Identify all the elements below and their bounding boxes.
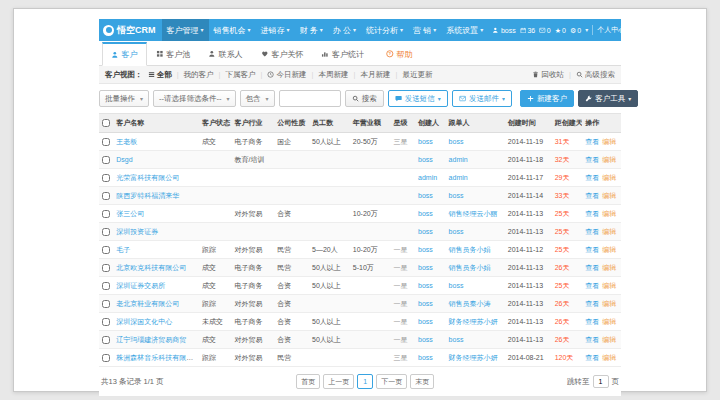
- view-option-2[interactable]: 下属客户: [226, 70, 256, 80]
- creator-link[interactable]: boss: [418, 210, 433, 217]
- view-link[interactable]: 查看: [585, 156, 599, 163]
- creator-link[interactable]: boss: [418, 300, 433, 307]
- creator-link[interactable]: boss: [418, 228, 433, 235]
- calendar-count[interactable]: 36: [520, 27, 535, 34]
- nav-item-4[interactable]: 办 公▾: [328, 19, 361, 41]
- view-option-1[interactable]: 我的客户: [184, 70, 214, 80]
- view-link[interactable]: 查看: [585, 354, 599, 361]
- follower-link[interactable]: boss: [449, 228, 464, 235]
- follower-link[interactable]: boss: [449, 282, 464, 289]
- row-checkbox[interactable]: [102, 246, 110, 254]
- follower-link[interactable]: boss: [449, 336, 464, 343]
- view-link[interactable]: 查看: [585, 300, 599, 307]
- customer-name-link[interactable]: Dsgd: [116, 156, 132, 163]
- bulk-actions-select[interactable]: 批量操作 ▾: [99, 90, 149, 107]
- edit-link[interactable]: 编辑: [602, 282, 616, 289]
- customer-tools-button[interactable]: 客户工具 ▾: [578, 90, 638, 107]
- nav-item-3[interactable]: 财 务▾: [295, 19, 328, 41]
- view-link[interactable]: 查看: [585, 228, 599, 235]
- row-checkbox[interactable]: [102, 318, 110, 326]
- follower-link[interactable]: 财务经理苏小妍: [449, 354, 498, 361]
- view-link[interactable]: 查看: [585, 318, 599, 325]
- jump-page-input[interactable]: [593, 375, 609, 388]
- creator-link[interactable]: boss: [418, 336, 433, 343]
- edit-link[interactable]: 编辑: [602, 246, 616, 253]
- edit-link[interactable]: 编辑: [602, 156, 616, 163]
- edit-link[interactable]: 编辑: [602, 354, 616, 361]
- row-checkbox[interactable]: [102, 336, 110, 344]
- send-email-button[interactable]: 发送邮件 ▾: [452, 90, 512, 107]
- row-checkbox[interactable]: [102, 156, 110, 164]
- creator-link[interactable]: boss: [418, 246, 433, 253]
- view-option-0[interactable]: 全部: [148, 70, 172, 80]
- page-button-2[interactable]: 1: [357, 374, 373, 389]
- select-all-checkbox[interactable]: [102, 119, 110, 127]
- edit-link[interactable]: 编辑: [602, 228, 616, 235]
- view-option-3[interactable]: 今日新建: [267, 70, 306, 80]
- view-option-5[interactable]: 本月新建: [361, 70, 391, 80]
- edit-link[interactable]: 编辑: [602, 318, 616, 325]
- row-checkbox[interactable]: [102, 174, 110, 182]
- edit-link[interactable]: 编辑: [602, 192, 616, 199]
- row-checkbox[interactable]: [102, 264, 110, 272]
- view-link[interactable]: 查看: [585, 264, 599, 271]
- view-link[interactable]: 查看: [585, 210, 599, 217]
- follower-link[interactable]: 销售经理云小丽: [449, 210, 498, 217]
- follower-link[interactable]: boss: [449, 192, 464, 199]
- view-option-4[interactable]: 本周新建: [319, 70, 349, 80]
- row-checkbox[interactable]: [102, 354, 110, 362]
- search-input[interactable]: [279, 90, 341, 107]
- row-checkbox[interactable]: [102, 300, 110, 308]
- page-button-3[interactable]: 下一页: [376, 374, 407, 389]
- creator-link[interactable]: boss: [418, 318, 433, 325]
- view-link[interactable]: 查看: [585, 192, 599, 199]
- customer-name-link[interactable]: 深圳证券交易所: [116, 282, 165, 289]
- mail-count[interactable]: 0: [539, 27, 551, 34]
- customer-name-link[interactable]: 株洲森林音乐科技有限公司: [116, 354, 199, 361]
- nav-item-0[interactable]: 客户管理▾: [162, 19, 209, 41]
- row-checkbox[interactable]: [102, 210, 110, 218]
- creator-link[interactable]: boss: [418, 192, 433, 199]
- follower-link[interactable]: 销售员务小娟: [449, 264, 491, 271]
- view-link[interactable]: 查看: [585, 336, 599, 343]
- customer-name-link[interactable]: 老北京鞋业有限公司: [116, 300, 179, 307]
- view-link[interactable]: 查看: [585, 246, 599, 253]
- follower-link[interactable]: boss: [449, 138, 464, 145]
- follower-link[interactable]: admin: [449, 174, 468, 181]
- tab-help[interactable]: ?帮助: [377, 42, 422, 66]
- customer-name-link[interactable]: 陕西罗特科福清来华: [116, 192, 179, 199]
- tab-4[interactable]: 客户统计: [312, 42, 373, 66]
- view-link[interactable]: 查看: [585, 282, 599, 289]
- personal-center-menu[interactable]: 个人中心 ▾: [597, 25, 630, 35]
- customer-name-link[interactable]: 毛子: [116, 246, 130, 253]
- row-checkbox[interactable]: [102, 282, 110, 290]
- tab-3[interactable]: 客户关怀: [252, 42, 313, 66]
- creator-link[interactable]: admin: [418, 174, 437, 181]
- search-button[interactable]: 搜索: [345, 90, 384, 107]
- nav-item-2[interactable]: 进销存▾: [256, 19, 295, 41]
- creator-link[interactable]: boss: [418, 282, 433, 289]
- creator-link[interactable]: boss: [418, 264, 433, 271]
- edit-link[interactable]: 编辑: [602, 174, 616, 181]
- tab-0[interactable]: 客户: [102, 42, 147, 66]
- customer-name-link[interactable]: 光荣富科技有限公司: [116, 174, 179, 181]
- view-option-6[interactable]: 最近更新: [402, 70, 432, 80]
- edit-link[interactable]: 编辑: [602, 264, 616, 271]
- filter-condition-select[interactable]: --请选择筛选条件-- ▾: [153, 90, 236, 107]
- follower-link[interactable]: 财务经理苏小妍: [449, 318, 498, 325]
- send-sms-button[interactable]: 发送短信 ▾: [388, 90, 448, 107]
- nav-item-5[interactable]: 统计分析▾: [361, 19, 408, 41]
- view-link[interactable]: 查看: [585, 138, 599, 145]
- page-button-4[interactable]: 末页: [410, 374, 434, 389]
- edit-link[interactable]: 编辑: [602, 336, 616, 343]
- nav-item-7[interactable]: 系统设置▾: [441, 19, 488, 41]
- page-button-0[interactable]: 首页: [296, 374, 320, 389]
- star-count[interactable]: ★0: [555, 27, 566, 34]
- customer-name-link[interactable]: 深圳深国文化中心: [116, 318, 172, 325]
- tab-2[interactable]: 联系人: [199, 42, 252, 66]
- view-option-7[interactable]: 回收站: [532, 70, 564, 80]
- nav-item-1[interactable]: 销售机会▾: [209, 19, 256, 41]
- follower-link[interactable]: admin: [449, 156, 468, 163]
- edit-link[interactable]: 编辑: [602, 300, 616, 307]
- page-button-1[interactable]: 上一页: [323, 374, 354, 389]
